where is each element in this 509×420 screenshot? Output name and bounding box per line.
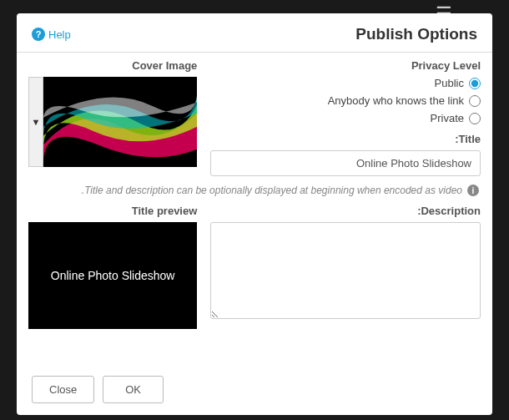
dialog-title: Publish Options <box>355 25 477 43</box>
description-textarea[interactable] <box>210 222 481 319</box>
description-label: Description: <box>210 205 481 217</box>
privacy-public[interactable]: Public <box>210 77 481 89</box>
preview-label: Title preview <box>28 205 197 217</box>
radio-link-label: Anybody who knows the link <box>328 94 464 107</box>
radio-private[interactable] <box>469 113 481 124</box>
radio-public[interactable] <box>469 78 481 89</box>
title-input[interactable] <box>210 150 481 176</box>
hint-row: i Title and description can be optionall… <box>28 176 481 201</box>
cover-scroll-down[interactable]: ▼ <box>28 77 43 167</box>
radio-public-label: Public <box>435 77 464 89</box>
privacy-radio-group: Public Anybody who knows the link Privat… <box>210 77 481 124</box>
title-label: Title: <box>210 133 481 145</box>
privacy-private[interactable]: Private <box>210 112 481 124</box>
dialog-body: Privacy Level Public Anybody who knows t… <box>17 52 492 364</box>
ok-button[interactable]: OK <box>103 376 164 403</box>
help-label: Help <box>48 28 71 41</box>
dialog-header: Publish Options Help ? <box>17 13 492 52</box>
help-icon: ? <box>32 28 45 41</box>
privacy-label: Privacy Level <box>210 59 481 72</box>
cover-image-picker[interactable]: ▼ <box>28 77 197 167</box>
hint-text: Title and description can be optionally … <box>82 185 462 196</box>
radio-private-label: Private <box>431 112 464 124</box>
privacy-link[interactable]: Anybody who knows the link <box>210 94 481 107</box>
title-preview: Online Photo Slideshow <box>28 222 197 329</box>
info-icon: i <box>467 185 479 196</box>
dialog-footer: OK Close <box>17 364 492 415</box>
abstract-wave-image <box>43 77 197 167</box>
close-button[interactable]: Close <box>32 376 94 403</box>
preview-text: Online Photo Slideshow <box>51 269 175 282</box>
radio-link[interactable] <box>469 95 481 107</box>
help-link[interactable]: Help ? <box>32 28 71 41</box>
cover-label: Cover Image <box>28 59 197 72</box>
publish-dialog: Publish Options Help ? Privacy Level Pub… <box>17 13 492 415</box>
cover-thumbnail[interactable] <box>43 77 197 167</box>
